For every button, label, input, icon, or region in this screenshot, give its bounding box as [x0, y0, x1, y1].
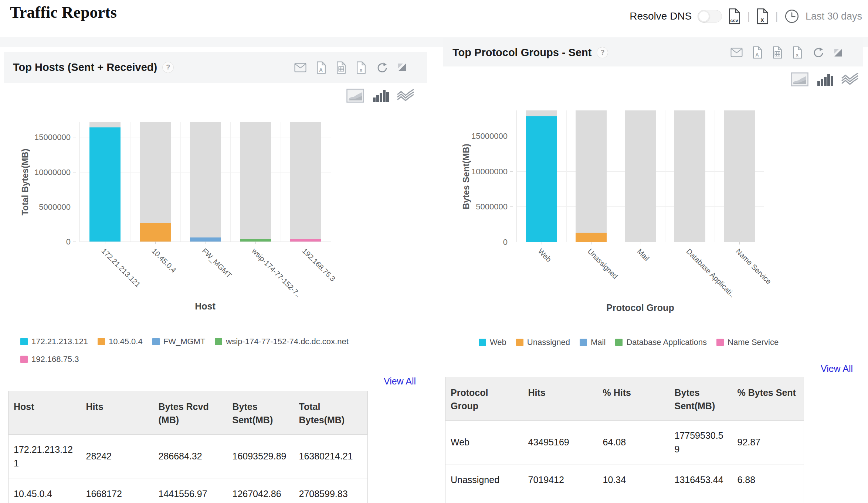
legend-swatch: [580, 339, 587, 346]
legend-item: 172.21.213.121: [20, 337, 88, 346]
excel-file-icon[interactable]: x: [792, 46, 803, 59]
bar-10.45.0.4[interactable]: [140, 223, 171, 242]
area-chart-icon[interactable]: [791, 72, 808, 86]
top-bar-controls: Resolve DNS csv | x | Last 30 days: [630, 8, 862, 24]
x-tick-label: Mail: [635, 247, 651, 263]
bar-Web[interactable]: [526, 116, 557, 242]
csv-file-icon[interactable]: [336, 61, 346, 74]
y-axis-ticks: 050000001000000015000000: [4, 122, 76, 242]
email-icon[interactable]: [730, 48, 743, 57]
table-header-row: HostHitsBytes Rcvd (MB)Bytes Sent(MB)Tot…: [9, 391, 368, 435]
line-chart-icon[interactable]: [841, 72, 859, 86]
hosts-bar-chart: Total Bytes(MB) 050000001000000015000000…: [4, 114, 427, 321]
expand-icon[interactable]: [834, 48, 843, 57]
x-axis-title: Host: [79, 301, 331, 312]
x-tick-mark: [690, 242, 690, 244]
bar-172.21.213.121[interactable]: [89, 127, 121, 242]
csv-export-icon[interactable]: csv: [728, 8, 741, 24]
refresh-icon[interactable]: [812, 47, 824, 58]
csv-file-icon[interactable]: [772, 46, 783, 59]
x-tick-label: 10.45.0.4: [150, 247, 177, 274]
bar-background: [724, 110, 755, 242]
bar-background: [240, 122, 271, 242]
legend-label: 192.168.75.3: [31, 355, 79, 364]
line-chart-icon[interactable]: [397, 89, 414, 103]
clock-icon[interactable]: [784, 8, 800, 24]
table-cell: 1668172: [81, 479, 153, 503]
column-header: Hits: [523, 377, 598, 421]
legend-label: Database Applications: [626, 338, 707, 347]
area-chart-icon[interactable]: [346, 89, 364, 103]
table-cell: 28242: [81, 434, 153, 479]
y-tick-mark: [73, 172, 76, 172]
row-link[interactable]: Web: [445, 420, 523, 465]
time-range-label[interactable]: Last 30 days: [806, 11, 862, 22]
gridline: [230, 122, 231, 242]
svg-text:A: A: [755, 52, 759, 58]
protocols-table: Protocol GroupHits% HitsBytes Sent(MB)% …: [445, 377, 804, 503]
pdf-export-icon[interactable]: A: [316, 61, 326, 74]
pdf-export-icon[interactable]: A: [752, 46, 763, 59]
table-cell: 43495169: [523, 420, 598, 465]
table-cell: 16093529.89: [227, 434, 294, 479]
column-header: Total Bytes(MB): [294, 391, 368, 435]
chart-legend: WebUnassignedMailDatabase ApplicationsNa…: [479, 338, 848, 347]
column-header: % Hits: [598, 377, 669, 421]
table-cell: 1267042.86: [227, 479, 294, 503]
help-icon[interactable]: ?: [597, 47, 608, 58]
legend-item: Unassigned: [516, 338, 570, 347]
resolve-dns-label: Resolve DNS: [630, 10, 692, 22]
resolve-dns-toggle[interactable]: [698, 10, 722, 23]
y-tick-label: 0: [503, 237, 508, 247]
table-cell: 1316453.44: [669, 465, 732, 495]
bar-chart-icon[interactable]: [372, 89, 389, 103]
y-tick-label: 10000000: [471, 167, 508, 177]
row-link[interactable]: Mail: [445, 495, 523, 503]
table-row: Web4349516964.0817759530.5992.87: [445, 420, 804, 465]
legend-label: Name Service: [728, 338, 779, 347]
table-cell: 1127995: [523, 495, 598, 503]
table-row: 172.21.213.12128242286684.3216093529.891…: [9, 434, 368, 479]
bar-wsip-174-77-152-7..[interactable]: [240, 239, 271, 242]
help-icon[interactable]: ?: [162, 62, 174, 73]
row-link[interactable]: Unassigned: [445, 465, 523, 495]
y-tick-label: 0: [66, 237, 71, 247]
excel-export-icon[interactable]: x: [756, 8, 769, 24]
protocols-bar-chart: Bytes Sent(MB) 050000001000000015000000 …: [443, 103, 863, 317]
view-all-link[interactable]: View All: [384, 376, 416, 387]
expand-icon[interactable]: [397, 63, 407, 72]
table-cell: 92.87: [732, 420, 804, 465]
table-cell: 1441556.97: [153, 479, 227, 503]
x-tick-mark: [542, 242, 542, 244]
excel-file-icon[interactable]: x: [356, 61, 366, 74]
svg-text:csv: csv: [730, 18, 738, 23]
legend-item: Database Applications: [615, 338, 707, 347]
gridline: [715, 110, 715, 242]
view-all-link[interactable]: View All: [821, 363, 853, 374]
top-bar: Traffic Reports Resolve DNS csv | x | La…: [0, 0, 868, 35]
x-tick-label: FW_MGMT: [200, 247, 233, 280]
bar-background: [290, 122, 321, 242]
table-cell: 10.34: [598, 465, 669, 495]
panel-toolbar: A x: [294, 61, 407, 74]
row-link[interactable]: 172.21.213.121: [9, 434, 81, 479]
panel-top-protocol-groups: Top Protocol Groups - Sent ? A x Bytes S…: [443, 38, 863, 503]
table-row: Mail11279951.6814786.970.08: [445, 495, 804, 503]
x-tick-label: wsip-174-77-152-7..: [250, 247, 303, 299]
bar-FW_MGMT[interactable]: [190, 237, 221, 242]
svg-text:x: x: [360, 67, 363, 72]
column-header: % Bytes Sent: [732, 377, 804, 421]
panel-header: Top Hosts (Sent + Received) ? A x: [4, 52, 427, 83]
row-link[interactable]: 10.45.0.4: [9, 479, 81, 503]
bar-chart-icon[interactable]: [816, 72, 834, 86]
column-header: Bytes Sent(MB): [669, 377, 732, 421]
y-tick-label: 15000000: [471, 131, 508, 141]
x-tick-label: Unassigned: [586, 247, 619, 281]
table-cell: 16380214.21: [294, 434, 368, 479]
y-tick-label: 15000000: [34, 133, 71, 142]
bar-Unassigned[interactable]: [576, 233, 607, 242]
refresh-icon[interactable]: [376, 62, 388, 73]
email-icon[interactable]: [294, 63, 306, 72]
legend-label: Web: [490, 338, 506, 347]
x-tick-mark: [306, 242, 306, 244]
